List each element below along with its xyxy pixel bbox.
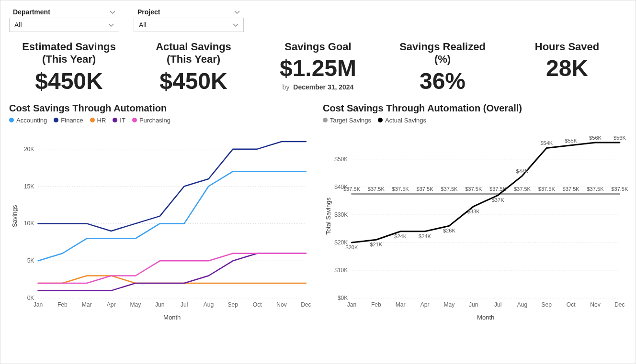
legend-item[interactable]: Finance <box>54 117 83 124</box>
kpi-actual-savings: Actual Savings (This Year) $450K <box>134 41 253 94</box>
legend-item[interactable]: Target Savings <box>323 117 371 124</box>
svg-text:Dec: Dec <box>614 301 625 308</box>
svg-text:$37.5K: $37.5K <box>514 186 531 192</box>
svg-text:Month: Month <box>477 313 494 320</box>
filter-department: Department All <box>9 6 119 32</box>
svg-text:0K: 0K <box>27 295 34 301</box>
filter-department-label-text: Department <box>13 8 50 16</box>
filter-bar: Department All Project All <box>9 6 627 32</box>
svg-text:$0K: $0K <box>338 295 348 301</box>
svg-text:$21K: $21K <box>370 242 382 247</box>
kpi-label: Savings Realized (%) <box>383 41 502 66</box>
svg-text:Total Savings: Total Savings <box>325 197 332 234</box>
svg-text:$37.5K: $37.5K <box>611 186 628 192</box>
svg-text:Mar: Mar <box>82 301 92 308</box>
svg-text:$56K: $56K <box>613 135 626 141</box>
legend-dot-icon <box>378 118 383 122</box>
svg-text:$37.5K: $37.5K <box>441 186 458 192</box>
legend-item[interactable]: IT <box>113 117 125 124</box>
svg-text:May: May <box>130 301 141 308</box>
kpi-label: Actual Savings (This Year) <box>134 41 253 66</box>
legend-dot-icon <box>323 118 328 122</box>
project-dropdown[interactable]: All <box>134 18 244 32</box>
svg-text:Jan: Jan <box>347 301 356 308</box>
svg-text:$33K: $33K <box>467 208 480 214</box>
svg-text:Nov: Nov <box>276 301 286 308</box>
svg-text:Feb: Feb <box>371 301 381 308</box>
filter-project: Project All <box>134 6 244 32</box>
svg-text:$37.5K: $37.5K <box>343 186 361 192</box>
svg-text:Jul: Jul <box>181 301 188 308</box>
charts-row: Cost Savings Through Automation Accounti… <box>9 103 627 326</box>
kpi-label: Savings Goal <box>258 41 378 53</box>
project-dropdown-value: All <box>139 21 147 29</box>
legend-item[interactable]: Accounting <box>9 117 47 124</box>
kpi-hours-saved: Hours Saved 28K <box>507 41 627 94</box>
svg-text:$24K: $24K <box>394 233 407 239</box>
legend-dot-icon <box>54 118 58 122</box>
svg-text:Oct: Oct <box>253 301 262 308</box>
svg-text:$24K: $24K <box>419 233 431 239</box>
kpi-estimated-savings: Estimated Savings (This Year) $450K <box>9 41 129 94</box>
svg-text:Jun: Jun <box>469 301 478 308</box>
legend-dot-icon <box>9 118 14 122</box>
kpi-value: 28K <box>507 55 627 81</box>
chart-title: Cost Savings Through Automation (Overall… <box>323 103 627 114</box>
chevron-down-icon <box>234 9 240 15</box>
svg-text:$56K: $56K <box>589 135 602 141</box>
svg-text:Sep: Sep <box>542 301 552 308</box>
kpi-label: Hours Saved <box>507 41 627 53</box>
svg-text:$26K: $26K <box>443 228 455 233</box>
legend-dot-icon <box>113 118 117 122</box>
kpi-savings-goal: Savings Goal $1.25M by December 31, 2024 <box>258 41 378 94</box>
kpi-value: $1.25M <box>258 55 378 81</box>
svg-text:10K: 10K <box>24 220 34 227</box>
svg-text:$37K: $37K <box>492 197 504 203</box>
svg-text:Aug: Aug <box>517 301 528 308</box>
kpi-row: Estimated Savings (This Year) $450K Actu… <box>9 41 627 94</box>
svg-text:Savings: Savings <box>11 205 18 227</box>
svg-text:$37.5K: $37.5K <box>587 186 604 192</box>
kpi-savings-realized: Savings Realized (%) 36% <box>383 41 502 94</box>
legend-item[interactable]: HR <box>90 117 106 124</box>
kpi-sublabel: by December 31, 2024 <box>258 83 378 91</box>
filter-department-label: Department <box>9 6 119 18</box>
svg-text:Feb: Feb <box>57 301 68 308</box>
svg-text:$37.5K: $37.5K <box>538 186 556 192</box>
department-dropdown[interactable]: All <box>9 18 119 32</box>
svg-text:Mar: Mar <box>396 301 406 308</box>
line-chart: 0K5K10K15K20KJanFebMarAprMayJunJulAugSep… <box>9 128 313 324</box>
chevron-down-icon <box>110 9 115 15</box>
svg-text:15K: 15K <box>24 183 34 189</box>
chevron-down-icon <box>233 22 238 28</box>
svg-text:$50K: $50K <box>334 156 348 163</box>
svg-text:$44K: $44K <box>516 168 529 174</box>
svg-text:Aug: Aug <box>204 301 214 308</box>
svg-text:Month: Month <box>163 313 181 320</box>
svg-text:$10K: $10K <box>334 267 348 274</box>
kpi-value: $450K <box>9 68 129 94</box>
svg-text:$37.5K: $37.5K <box>563 186 580 192</box>
chevron-down-icon <box>108 22 114 28</box>
kpi-value: $450K <box>134 68 253 94</box>
legend-label: Finance <box>61 117 83 124</box>
svg-text:5K: 5K <box>27 257 34 264</box>
svg-text:$30K: $30K <box>334 211 348 218</box>
legend-label: HR <box>97 117 106 124</box>
svg-text:Dec: Dec <box>301 301 311 308</box>
legend-item[interactable]: Actual Savings <box>378 117 426 124</box>
svg-text:$54K: $54K <box>540 140 553 146</box>
chart-dept-savings: Cost Savings Through Automation Accounti… <box>9 103 313 326</box>
kpi-label: Estimated Savings (This Year) <box>9 41 129 66</box>
legend-label: Target Savings <box>330 117 371 124</box>
svg-text:$37.5K: $37.5K <box>465 186 482 192</box>
svg-text:$55K: $55K <box>565 137 577 143</box>
department-dropdown-value: All <box>14 21 22 29</box>
svg-text:Jun: Jun <box>155 301 164 308</box>
line-chart: $0K$10K$20K$30K$40K$50KJanFebMarAprMayJu… <box>323 128 627 324</box>
svg-text:Jul: Jul <box>494 301 501 308</box>
legend-item[interactable]: Purchasing <box>132 117 170 124</box>
chart-legend: Target SavingsActual Savings <box>323 117 627 124</box>
svg-text:$37.5K: $37.5K <box>416 186 433 192</box>
svg-text:Jan: Jan <box>34 301 43 308</box>
